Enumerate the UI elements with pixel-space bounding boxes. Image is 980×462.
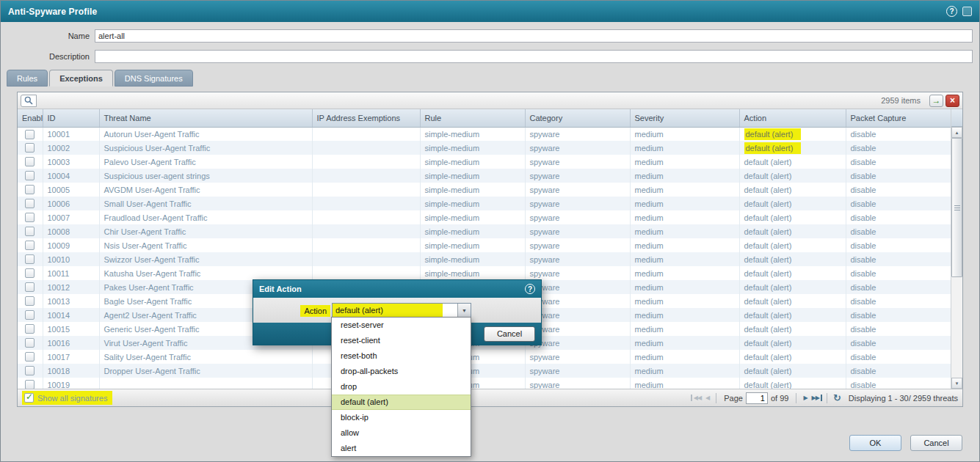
threat-name-cell[interactable]: Katusha User-Agent Traffic bbox=[99, 266, 312, 280]
enable-checkbox[interactable] bbox=[25, 157, 35, 166]
threat-name-cell[interactable]: Suspicious User-Agent Traffic bbox=[99, 141, 312, 155]
scrollbar-track[interactable] bbox=[951, 138, 962, 378]
threat-name-cell[interactable]: Suspicious user-agent strings bbox=[99, 169, 312, 183]
action-value[interactable]: default (alert) bbox=[744, 212, 797, 224]
action-cell[interactable]: default (alert) bbox=[739, 266, 846, 280]
action-value[interactable]: default (alert) bbox=[744, 296, 797, 307]
action-cell[interactable]: default (alert) bbox=[739, 308, 846, 322]
edit-action-cancel-button[interactable]: Cancel bbox=[484, 326, 535, 342]
action-option-allow[interactable]: allow bbox=[332, 425, 471, 441]
prev-page-button[interactable]: ◀ bbox=[703, 395, 711, 401]
action-value[interactable]: default (alert) bbox=[744, 282, 797, 293]
table-row[interactable]: 10008 Chir User-Agent Traffic simple-med… bbox=[18, 224, 951, 238]
threat-name-cell[interactable]: Palevo User-Agent Traffic bbox=[99, 155, 312, 169]
action-cell[interactable]: default (alert) bbox=[739, 378, 846, 389]
action-value[interactable]: default (alert) bbox=[744, 254, 797, 265]
threat-name-cell[interactable]: Dropper User-Agent Traffic bbox=[99, 364, 312, 378]
table-row[interactable]: 10009 Nsis User-Agent Traffic simple-med… bbox=[18, 238, 951, 252]
action-cell[interactable]: default (alert) bbox=[739, 224, 846, 238]
action-cell[interactable]: default (alert) bbox=[739, 127, 846, 141]
table-row[interactable]: 10007 Fraudload User-Agent Traffic simpl… bbox=[18, 210, 951, 224]
column-header-category[interactable]: Category bbox=[525, 109, 630, 127]
action-cell[interactable]: default (alert) bbox=[739, 197, 846, 210]
table-row[interactable]: 10019 simple-medium spyware medium defau… bbox=[18, 378, 951, 389]
edit-action-help-icon[interactable]: ? bbox=[525, 284, 535, 294]
action-cell[interactable]: default (alert) bbox=[739, 238, 846, 252]
clear-filter-button[interactable]: × bbox=[945, 95, 959, 107]
enable-checkbox[interactable] bbox=[25, 185, 35, 194]
action-option-drop[interactable]: drop bbox=[332, 379, 471, 395]
action-cell[interactable]: default (alert) bbox=[739, 364, 846, 378]
action-value[interactable]: default (alert) bbox=[744, 184, 797, 196]
threat-name-cell[interactable]: Chir User-Agent Traffic bbox=[99, 224, 312, 238]
action-cell[interactable]: default (alert) bbox=[739, 183, 846, 197]
enable-checkbox[interactable] bbox=[25, 324, 35, 334]
threat-name-cell[interactable]: AVGDM User-Agent Traffic bbox=[99, 183, 312, 197]
scrollbar-thumb[interactable] bbox=[951, 138, 962, 277]
column-header-threat-name[interactable]: Threat Name bbox=[99, 109, 312, 127]
action-combo-box[interactable]: default (alert) ▼ bbox=[332, 303, 471, 318]
action-option-reset-client[interactable]: reset-client bbox=[332, 333, 471, 348]
column-header-id[interactable]: ID bbox=[43, 109, 99, 127]
threat-name-cell[interactable]: Fraudload User-Agent Traffic bbox=[99, 210, 312, 224]
enable-checkbox[interactable] bbox=[25, 241, 35, 250]
refresh-icon[interactable]: ↻ bbox=[833, 392, 841, 403]
action-value[interactable]: default (alert) bbox=[744, 142, 802, 154]
first-page-button[interactable]: ◀◀ bbox=[691, 395, 703, 401]
table-row[interactable]: 10011 Katusha User-Agent Traffic simple-… bbox=[18, 266, 951, 280]
action-cell[interactable]: default (alert) bbox=[739, 169, 846, 183]
enable-checkbox[interactable] bbox=[25, 366, 35, 375]
edit-action-titlebar[interactable]: Edit Action ? bbox=[253, 280, 541, 298]
table-row[interactable]: 10006 Small User-Agent Traffic simple-me… bbox=[18, 197, 951, 210]
table-row[interactable]: 10002 Suspicious User-Agent Traffic simp… bbox=[18, 141, 951, 155]
enable-checkbox[interactable] bbox=[25, 171, 35, 180]
tab-exceptions[interactable]: Exceptions bbox=[49, 70, 113, 87]
enable-checkbox[interactable] bbox=[25, 338, 35, 348]
enable-checkbox[interactable] bbox=[25, 352, 35, 362]
action-option-reset-server[interactable]: reset-server bbox=[332, 318, 471, 333]
last-page-button[interactable]: ▶▶ bbox=[810, 395, 822, 401]
next-page-button[interactable]: ▶ bbox=[801, 395, 809, 401]
show-all-signatures-control[interactable]: ✓ Show all signatures bbox=[22, 391, 112, 405]
enable-checkbox[interactable] bbox=[25, 227, 35, 236]
table-row[interactable]: 10017 Sality User-Agent Traffic simple-m… bbox=[18, 350, 951, 364]
column-header-ip-exemptions[interactable]: IP Address Exemptions bbox=[312, 109, 420, 127]
page-number-input[interactable] bbox=[746, 392, 768, 404]
action-value[interactable]: default (alert) bbox=[744, 365, 797, 377]
threat-name-cell[interactable]: Small User-Agent Traffic bbox=[99, 197, 312, 210]
help-icon[interactable]: ? bbox=[946, 6, 957, 17]
threat-name-cell[interactable]: Nsis User-Agent Traffic bbox=[99, 238, 312, 252]
threat-name-cell[interactable]: Autorun User-Agent Traffic bbox=[99, 127, 312, 141]
enable-checkbox[interactable] bbox=[25, 282, 35, 292]
tab-rules[interactable]: Rules bbox=[7, 70, 48, 87]
enable-checkbox[interactable] bbox=[25, 380, 35, 389]
table-row[interactable]: 10001 Autorun User-Agent Traffic simple-… bbox=[18, 127, 951, 141]
table-row[interactable]: 10004 Suspicious user-agent strings simp… bbox=[18, 169, 951, 183]
action-option-alert[interactable]: alert bbox=[332, 441, 471, 456]
tab-dns-signatures[interactable]: DNS Signatures bbox=[115, 70, 193, 87]
action-option-reset-both[interactable]: reset-both bbox=[332, 348, 471, 364]
enable-checkbox[interactable] bbox=[25, 296, 35, 306]
vertical-scrollbar[interactable]: ▲ ▼ bbox=[951, 109, 962, 389]
enable-checkbox[interactable] bbox=[25, 130, 35, 139]
enable-checkbox[interactable] bbox=[25, 310, 35, 320]
action-cell[interactable]: default (alert) bbox=[739, 322, 846, 336]
action-value[interactable]: default (alert) bbox=[744, 337, 797, 349]
action-cell[interactable]: default (alert) bbox=[739, 336, 846, 350]
action-option-drop-all-packets[interactable]: drop-all-packets bbox=[332, 364, 471, 379]
enable-checkbox[interactable] bbox=[25, 213, 35, 222]
column-header-enable[interactable]: Enable bbox=[18, 109, 43, 127]
column-header-rule[interactable]: Rule bbox=[420, 109, 525, 127]
enable-checkbox[interactable] bbox=[25, 254, 35, 264]
action-value[interactable]: default (alert) bbox=[744, 128, 802, 140]
action-option-default-alert[interactable]: default (alert) bbox=[332, 395, 471, 410]
action-value[interactable]: default (alert) bbox=[744, 379, 797, 389]
table-row[interactable]: 10018 Dropper User-Agent Traffic simple-… bbox=[18, 364, 951, 378]
action-value[interactable]: default (alert) bbox=[744, 198, 797, 210]
action-value[interactable]: default (alert) bbox=[744, 351, 797, 363]
cancel-button[interactable]: Cancel bbox=[910, 435, 962, 451]
column-header-severity[interactable]: Severity bbox=[630, 109, 739, 127]
filter-search-box[interactable] bbox=[21, 95, 37, 107]
action-cell[interactable]: default (alert) bbox=[739, 350, 846, 364]
action-cell[interactable]: default (alert) bbox=[739, 141, 846, 155]
